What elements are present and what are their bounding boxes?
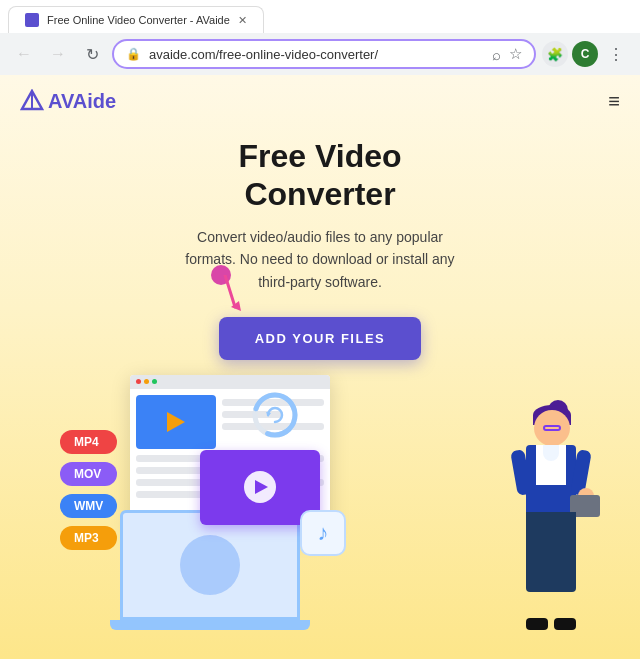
profile-button[interactable]: C: [572, 41, 598, 67]
svg-line-2: [225, 275, 235, 307]
tab-title: Free Online Video Converter - AVaide: [47, 14, 230, 26]
format-tag-mov: MOV: [60, 462, 117, 486]
address-icons: ⌕ ☆: [492, 45, 522, 63]
tab-favicon: [25, 13, 39, 27]
cta-wrapper: ADD YOUR FILES: [219, 317, 422, 360]
illustration-area: MP4 MOV WMV MP3: [0, 370, 640, 630]
nav-extra-buttons: 🧩 C ⋮: [542, 40, 630, 68]
char-collar: [543, 445, 559, 461]
arrow-indicator: [199, 265, 259, 320]
site-header: AVAide ≡: [0, 75, 640, 127]
format-tag-wmv: WMV: [60, 494, 117, 518]
site-logo: AVAide: [20, 89, 116, 113]
circular-svg: [250, 390, 300, 440]
char-shoes-left: [526, 618, 548, 630]
format-tag-mp3: MP3: [60, 526, 117, 550]
hamburger-menu[interactable]: ≡: [608, 91, 620, 111]
arrow-svg: [203, 275, 243, 320]
tab-close-button[interactable]: ✕: [238, 14, 247, 27]
char-glasses: [543, 425, 561, 431]
circular-progress: [250, 390, 300, 440]
play-circle: [244, 471, 276, 503]
laptop-base: [110, 620, 310, 630]
extension-button[interactable]: 🧩: [542, 41, 568, 67]
play-icon: [167, 412, 185, 432]
add-files-button[interactable]: ADD YOUR FILES: [219, 317, 422, 360]
dot-red: [136, 379, 141, 384]
url-text: avaide.com/free-online-video-converter/: [149, 47, 484, 62]
search-icon[interactable]: ⌕: [492, 46, 501, 63]
video-thumbnail: [136, 395, 216, 449]
laptop-screen: [120, 510, 300, 620]
hero-section: Free VideoConverter Convert video/audio …: [0, 127, 640, 360]
play-triangle: [255, 480, 268, 494]
mockup-bar: [130, 375, 330, 389]
character-illustration: [480, 400, 610, 630]
char-legs: [526, 512, 576, 592]
bookmark-icon[interactable]: ☆: [509, 45, 522, 63]
dot-green: [152, 379, 157, 384]
logo-prefix: A: [48, 90, 61, 112]
tab-bar: Free Online Video Converter - AVaide ✕: [0, 0, 640, 33]
laptop-mockup: [110, 510, 310, 630]
logo-text: AVAide: [48, 90, 116, 113]
back-button[interactable]: ←: [10, 40, 38, 68]
reload-button[interactable]: ↻: [78, 40, 106, 68]
website-content: AVAide ≡ Free VideoConverter Convert vid…: [0, 75, 640, 659]
mockup-content: [130, 389, 330, 455]
music-note-card: ♪: [300, 510, 346, 556]
format-tags: MP4 MOV WMV MP3: [60, 430, 117, 550]
char-shoes-right: [554, 618, 576, 630]
menu-button[interactable]: ⋮: [602, 40, 630, 68]
browser-tab[interactable]: Free Online Video Converter - AVaide ✕: [8, 6, 264, 33]
logo-icon: [20, 89, 44, 113]
lock-icon: 🔒: [126, 47, 141, 61]
laptop-circle: [180, 535, 240, 595]
svg-marker-6: [266, 412, 271, 417]
format-tag-mp4: MP4: [60, 430, 117, 454]
hero-title: Free VideoConverter: [60, 137, 580, 214]
dot-yellow: [144, 379, 149, 384]
music-note-icon: ♪: [318, 520, 329, 546]
address-bar[interactable]: 🔒 avaide.com/free-online-video-converter…: [112, 39, 536, 69]
nav-bar: ← → ↻ 🔒 avaide.com/free-online-video-con…: [0, 33, 640, 75]
forward-button[interactable]: →: [44, 40, 72, 68]
browser-chrome: Free Online Video Converter - AVaide ✕ ←…: [0, 0, 640, 75]
hero-subtitle: Convert video/audio files to any popular…: [60, 226, 580, 293]
